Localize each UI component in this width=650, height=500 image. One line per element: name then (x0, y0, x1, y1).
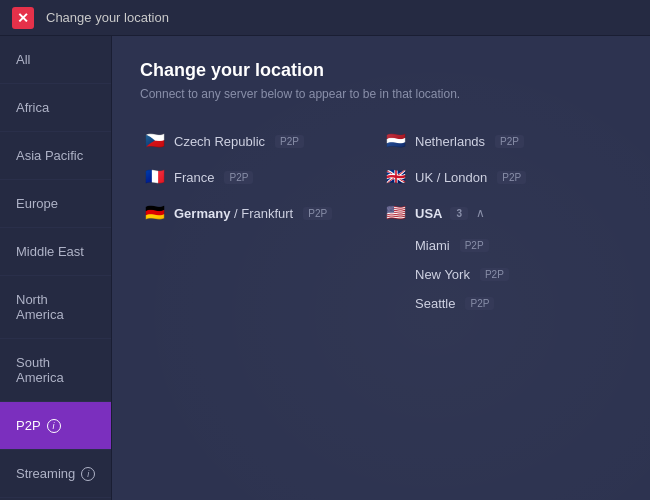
server-name-netherlands: Netherlands (415, 134, 485, 149)
sidebar-item-streaming[interactable]: Streamingi (0, 450, 111, 498)
server-item-germany[interactable]: 🇩🇪 Germany / Frankfurt P2P (140, 195, 381, 231)
page-subtitle: Connect to any server below to appear to… (140, 87, 622, 101)
server-name-usa: USA (415, 206, 442, 221)
server-name-new-york: New York (415, 267, 470, 282)
server-item-czech-republic[interactable]: 🇨🇿 Czech Republic P2P (140, 123, 381, 159)
title-bar: ✕ Change your location (0, 0, 650, 36)
server-grid: 🇨🇿 Czech Republic P2P 🇫🇷 France P2P 🇩🇪 G… (140, 123, 622, 318)
server-item-seattle[interactable]: Seattle P2P (411, 289, 622, 318)
sidebar-item-south-america[interactable]: South America (0, 339, 111, 402)
flag-czech-republic: 🇨🇿 (144, 133, 166, 149)
p2p-badge-czech-republic: P2P (275, 135, 304, 148)
server-item-new-york[interactable]: New York P2P (411, 260, 622, 289)
sidebar-item-europe[interactable]: Europe (0, 180, 111, 228)
sidebar-item-all[interactable]: All (0, 36, 111, 84)
server-name-czech-republic: Czech Republic (174, 134, 265, 149)
title-bar-label: Change your location (46, 10, 169, 25)
sidebar-item-middle-east[interactable]: Middle East (0, 228, 111, 276)
sidebar-label-africa: Africa (16, 100, 49, 115)
sidebar-label-all: All (16, 52, 30, 67)
server-item-usa[interactable]: 🇺🇸 USA 3 ∧ (381, 195, 622, 231)
server-name-uk-london: UK / London (415, 170, 487, 185)
sidebar: AllAfricaAsia PacificEuropeMiddle EastNo… (0, 36, 112, 500)
server-name-france: France (174, 170, 214, 185)
server-item-uk-london[interactable]: 🇬🇧 UK / London P2P (381, 159, 622, 195)
close-icon: ✕ (17, 11, 29, 25)
sidebar-label-p2p: P2P (16, 418, 41, 433)
main-layout: AllAfricaAsia PacificEuropeMiddle EastNo… (0, 36, 650, 500)
sidebar-label-middle-east: Middle East (16, 244, 84, 259)
p2p-badge-germany: P2P (303, 207, 332, 220)
flag-usa: 🇺🇸 (385, 205, 407, 221)
col-left: 🇨🇿 Czech Republic P2P 🇫🇷 France P2P 🇩🇪 G… (140, 123, 381, 318)
sidebar-item-p2p[interactable]: P2Pi (0, 402, 111, 450)
sidebar-label-south-america: South America (16, 355, 95, 385)
chevron-up-icon: ∧ (476, 206, 485, 220)
server-item-netherlands[interactable]: 🇳🇱 Netherlands P2P (381, 123, 622, 159)
info-icon-streaming: i (81, 467, 95, 481)
p2p-badge-miami: P2P (460, 239, 489, 252)
flag-france: 🇫🇷 (144, 169, 166, 185)
page-title: Change your location (140, 60, 622, 81)
server-name-seattle: Seattle (415, 296, 455, 311)
flag-uk: 🇬🇧 (385, 169, 407, 185)
info-icon-p2p: i (47, 419, 61, 433)
server-name-germany: Germany / Frankfurt (174, 206, 293, 221)
sidebar-item-africa[interactable]: Africa (0, 84, 111, 132)
flag-germany: 🇩🇪 (144, 205, 166, 221)
sidebar-label-streaming: Streaming (16, 466, 75, 481)
sidebar-label-asia-pacific: Asia Pacific (16, 148, 83, 163)
sidebar-label-europe: Europe (16, 196, 58, 211)
p2p-badge-france: P2P (224, 171, 253, 184)
server-item-miami[interactable]: Miami P2P (411, 231, 622, 260)
p2p-badge-uk-london: P2P (497, 171, 526, 184)
flag-netherlands: 🇳🇱 (385, 133, 407, 149)
col-right: 🇳🇱 Netherlands P2P 🇬🇧 UK / London P2P 🇺🇸… (381, 123, 622, 318)
close-button[interactable]: ✕ (12, 7, 34, 29)
server-name-miami: Miami (415, 238, 450, 253)
p2p-badge-new-york: P2P (480, 268, 509, 281)
p2p-badge-netherlands: P2P (495, 135, 524, 148)
usa-children: Miami P2P New York P2P Seattle P2P (381, 231, 622, 318)
sidebar-item-asia-pacific[interactable]: Asia Pacific (0, 132, 111, 180)
content-area: Change your location Connect to any serv… (112, 36, 650, 500)
sidebar-label-north-america: North America (16, 292, 95, 322)
sidebar-item-north-america[interactable]: North America (0, 276, 111, 339)
usa-count-badge: 3 (450, 207, 468, 220)
server-item-france[interactable]: 🇫🇷 France P2P (140, 159, 381, 195)
p2p-badge-seattle: P2P (465, 297, 494, 310)
